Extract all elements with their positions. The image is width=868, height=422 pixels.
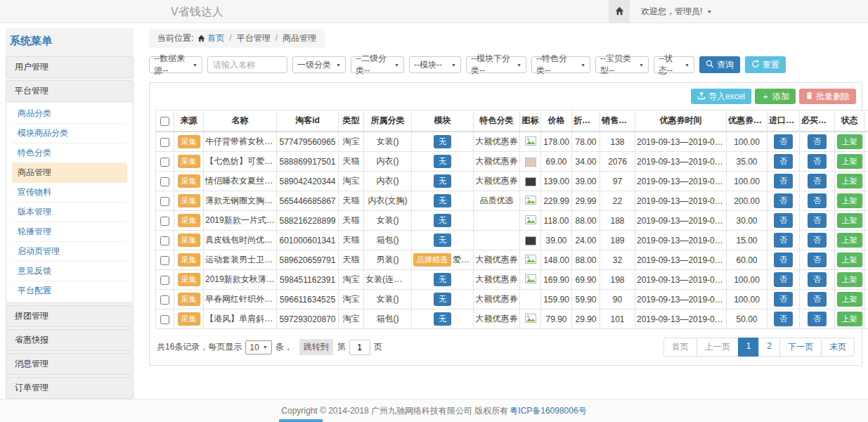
must-buy-button[interactable]: 否 [808,154,827,169]
row-checkbox[interactable] [160,236,169,245]
must-buy-button[interactable]: 否 [808,233,827,248]
import-choice-button[interactable]: 否 [774,154,793,169]
name-input[interactable] [207,56,287,73]
import-choice-button[interactable]: 否 [774,292,793,307]
search-button[interactable]: 查询 [699,56,740,73]
import-choice-button[interactable]: 否 [774,193,793,208]
row-checkbox[interactable] [160,138,169,147]
import-excel-button[interactable]: 导入excel [691,89,751,104]
status-button[interactable]: 上架 [837,193,862,208]
chevron-down-icon: ▼ [685,63,689,68]
module-sub-category-select[interactable]: --模块下分类--▼ [466,56,526,73]
pagination-item[interactable]: 末页 [821,338,855,357]
must-buy-button[interactable]: 否 [808,134,827,149]
import-choice-button[interactable]: 否 [774,233,793,248]
status-button[interactable]: 上架 [837,174,862,188]
home-button[interactable] [609,0,630,23]
sidebar-item[interactable]: 宣传物料 [12,183,127,203]
status-button[interactable]: 上架 [837,134,862,149]
row-checkbox[interactable] [160,197,169,206]
must-buy-button[interactable]: 否 [808,174,827,188]
import-choice-button[interactable]: 否 [774,272,793,287]
row-checkbox[interactable] [160,295,169,305]
page-size-select[interactable]: 10 ▼ [245,340,271,354]
data-source-select[interactable]: --数据来源--▼ [149,56,202,73]
type-cell: 淘宝 [339,132,364,152]
item-type-select[interactable]: --宝贝类型--▼ [595,56,649,73]
pagination-item[interactable]: 首页 [663,338,697,357]
status-button[interactable]: 上架 [837,312,862,326]
name-cell: 运动套装男士卫衣初秋... [204,250,277,270]
chevron-down-icon: ▼ [263,345,268,350]
status-button[interactable]: 上架 [837,233,862,248]
sidebar-item[interactable]: 商品分类 [12,104,127,124]
sidebar-item[interactable]: 特色分类 [12,143,127,163]
reset-button[interactable]: 重置 [745,56,786,73]
import-choice-cell: 否 [767,290,800,309]
chevron-down-icon: ▼ [336,63,341,68]
must-buy-button[interactable]: 否 [808,213,827,228]
import-choice-cell: 否 [767,231,800,250]
status-button[interactable]: 上架 [837,272,862,287]
price-cell: 139.00 [541,172,572,191]
import-choice-button[interactable]: 否 [774,312,793,326]
status-button[interactable]: 上架 [837,213,862,228]
import-choice-button[interactable]: 否 [774,174,793,188]
module-badge: 无 [434,214,451,227]
import-choice-button[interactable]: 否 [774,134,793,149]
sidebar-group-header[interactable]: 省惠快报 [6,329,134,351]
user-menu[interactable]: 欢迎您，管理员! ▼ [641,6,712,18]
row-checkbox[interactable] [160,217,169,226]
jump-page-input[interactable] [349,340,370,355]
sidebar-group-header[interactable]: 用户管理 [6,56,134,78]
sidebar-item[interactable]: 意见反馈 [12,262,127,281]
must-buy-button[interactable]: 否 [808,252,827,267]
must-buy-button[interactable]: 否 [808,292,827,307]
feature-category-select[interactable]: --特色分类--▼ [531,56,590,73]
import-choice-button[interactable]: 否 [774,252,793,267]
broken-image-icon [525,138,536,148]
level2-category-select[interactable]: --二级分类--▼ [351,56,404,73]
row-checkbox[interactable] [160,177,169,186]
sidebar-group-header[interactable]: 消息管理 [6,353,134,375]
sidebar-item[interactable]: 平台配置 [12,281,127,300]
row-checkbox[interactable] [160,315,169,324]
status-select[interactable]: --状态--▼ [654,56,694,73]
type-cell: 天猫 [339,231,364,250]
row-checkbox[interactable] [160,276,169,285]
column-header: 来源 [174,110,204,132]
pagination-item[interactable]: 2 [758,338,780,357]
sidebar-item[interactable]: 模块商品分类 [12,124,127,143]
select-all-checkbox[interactable] [160,117,169,126]
breadcrumb-home-link[interactable]: 首页 [207,33,224,43]
must-buy-button[interactable]: 否 [808,272,827,287]
thumbnail-image [525,158,536,167]
sidebar-group-header[interactable]: 订单管理 [6,377,134,399]
module-select[interactable]: --模块--▼ [409,56,461,73]
must-buy-button[interactable]: 否 [808,312,827,326]
pagination-item[interactable]: 下一页 [779,338,822,357]
must-buy-button[interactable]: 否 [808,193,827,208]
name-cell: 牛仔背带裤女秋装减龄... [204,132,277,152]
batch-delete-button[interactable]: 批量删除 [799,89,856,104]
status-button[interactable]: 上架 [837,252,862,267]
icp-link[interactable]: 粤ICP备16098006号 [510,405,586,417]
sidebar-item[interactable]: 商品管理 [12,163,127,183]
sidebar-group-header[interactable]: 拼团管理 [6,305,134,327]
sidebar-item[interactable]: 启动页管理 [12,242,127,262]
row-checkbox[interactable] [160,158,169,167]
import-choice-button[interactable]: 否 [774,213,793,228]
module-badge: 无 [434,174,451,188]
pagination-item[interactable]: 1 [738,338,760,357]
sidebar-group-header[interactable]: 平台管理 [6,80,134,102]
level1-category-select[interactable]: 一级分类▼ [292,56,346,73]
add-button[interactable]: ＋ 添加 [755,89,796,104]
pagination-item[interactable]: 上一页 [697,338,739,357]
status-button[interactable]: 上架 [837,154,862,169]
sidebar-item[interactable]: 版本管理 [12,203,127,222]
sidebar-item[interactable]: 轮播管理 [12,222,127,242]
status-button[interactable]: 上架 [837,292,862,307]
table-row: 采集薄款无钢圈文胸聚拢性...565446685867天猫内衣(文胸)无品质优选… [156,191,868,211]
row-checkbox[interactable] [160,256,169,265]
jump-button[interactable]: 跳转到 [299,339,333,355]
